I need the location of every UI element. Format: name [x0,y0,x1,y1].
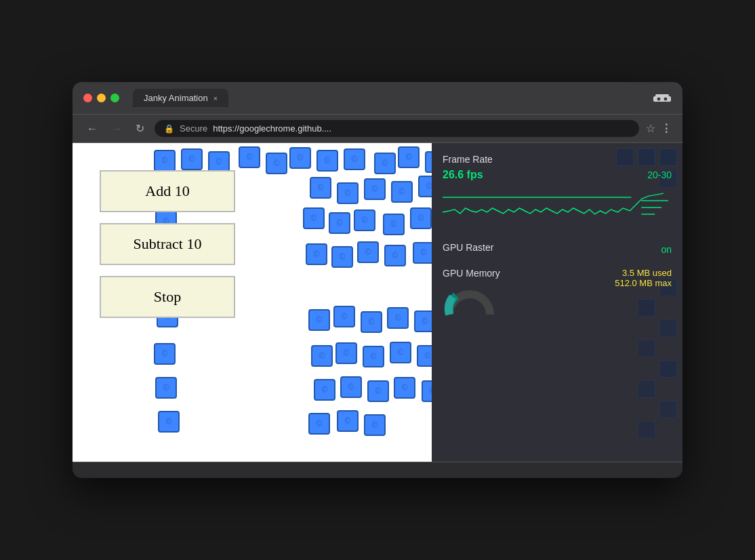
tab-area: Janky Animation × [133,89,645,107]
blue-square [289,147,311,169]
reload-button[interactable]: ↻ [132,121,148,136]
blue-square [418,176,432,197]
blue-square [308,413,330,435]
blue-square [306,243,327,265]
gpu-raster-label: GPU Raster [443,242,493,253]
maximize-button[interactable] [110,94,119,102]
secure-text: Secure [180,123,207,134]
blue-square [239,146,260,168]
blue-square [422,380,432,402]
address-bar: ← → ↻ 🔒 Secure https://googlechrome.gith… [73,115,682,143]
blue-square [266,153,287,174]
blue-square [311,345,333,367]
blue-square [154,343,176,365]
tab-close-icon[interactable]: × [213,94,218,102]
minimize-button[interactable] [97,94,106,102]
blue-square [337,410,359,432]
blue-square [303,207,325,229]
url-display: https://googlechrome.github.... [213,123,331,134]
blue-square [383,214,405,235]
svg-rect-0 [655,94,669,96]
svg-point-3 [664,97,668,101]
blue-square [155,377,177,399]
blue-square [314,379,335,401]
performance-panel: Frame Rate 26.6 fps 20-30 [432,143,682,462]
svg-point-2 [657,97,661,101]
frame-rate-graph [443,184,672,231]
forward-button[interactable]: → [108,121,125,136]
blue-square [417,345,432,367]
title-bar: Janky Animation × [73,82,682,115]
fps-line: 26.6 fps 20-30 [443,169,672,181]
canvas-area: Add 10 Subtract 10 Stop [73,143,432,462]
browser-window: Janky Animation × ← → ↻ 🔒 Secure https:/… [73,82,682,478]
blue-square [317,150,338,172]
add-button[interactable]: Add 10 [100,170,235,212]
blue-square [340,376,362,398]
fps-value: 26.6 fps [443,169,483,181]
blue-square [387,307,409,329]
svg-rect-1 [653,96,671,102]
incognito-icon [653,89,672,107]
address-field[interactable]: 🔒 Secure https://googlechrome.github.... [155,120,639,137]
blue-square [394,377,415,399]
address-actions: ☆ ⋮ [646,122,672,135]
blue-square [364,414,386,436]
memory-max: 512.0 MB max [615,278,672,288]
blue-square [310,177,331,199]
blue-square [354,209,375,231]
blue-square [335,342,357,364]
blue-square [344,148,365,170]
blue-square [390,342,411,363]
blue-square [154,150,176,172]
frame-rate-label: Frame Rate [443,154,672,165]
blue-square [308,309,330,331]
gpu-raster-line: GPU Raster on [443,242,672,257]
stop-button[interactable]: Stop [100,276,235,318]
back-button[interactable]: ← [83,121,101,136]
close-button[interactable] [83,94,92,102]
button-group: Add 10 Subtract 10 Stop [100,170,235,318]
blue-square [391,181,413,203]
active-tab[interactable]: Janky Animation × [133,89,228,107]
blue-square [367,380,389,402]
blue-square [410,207,432,229]
frame-rate-section: Frame Rate 26.6 fps 20-30 [443,154,672,231]
blue-square [425,151,432,173]
blue-square [398,146,420,168]
menu-icon[interactable]: ⋮ [661,122,672,135]
bookmark-icon[interactable]: ☆ [646,122,655,135]
lock-icon: 🔒 [164,124,174,134]
blue-square [364,178,386,200]
blue-square [363,346,384,367]
fps-range: 20-30 [647,169,672,180]
gpu-memory-label: GPU Memory [443,268,500,279]
memory-used: 3.5 MB used [615,268,672,278]
blue-square [384,245,406,266]
blue-square [374,153,396,174]
blue-square [414,311,432,332]
bottom-bar [73,462,682,478]
blue-square [333,306,355,327]
gpu-memory-values: 3.5 MB used 512.0 MB max [615,268,672,288]
gpu-memory-section: GPU Memory 3.5 MB used [443,268,672,320]
subtract-button[interactable]: Subtract 10 [100,223,235,265]
window-controls [83,94,119,102]
blue-square [181,148,203,170]
gpu-raster-status: on [661,244,672,255]
blue-square [337,182,359,204]
blue-square [158,411,180,433]
gpu-raster-section: GPU Raster on [443,242,672,257]
page-content: Add 10 Subtract 10 Stop [73,143,682,462]
blue-square [331,246,353,268]
blue-square [413,242,432,264]
blue-square [357,241,379,263]
tab-title: Janky Animation [144,93,208,103]
blue-square [361,311,382,333]
blue-square [329,212,350,234]
